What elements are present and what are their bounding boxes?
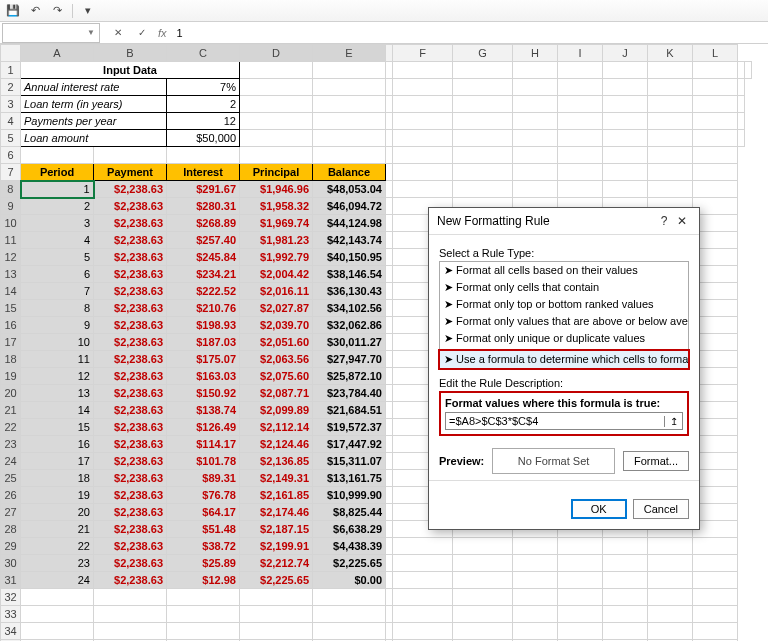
payment-cell[interactable]: $2,238.63 xyxy=(94,470,167,487)
principal-cell[interactable]: $2,149.31 xyxy=(240,470,313,487)
cell[interactable] xyxy=(386,266,393,283)
balance-cell[interactable]: $13,161.75 xyxy=(313,470,386,487)
cell[interactable] xyxy=(393,96,453,113)
principal-cell[interactable]: $2,027.87 xyxy=(240,300,313,317)
balance-cell[interactable]: $15,311.07 xyxy=(313,453,386,470)
principal-cell[interactable]: $2,075.60 xyxy=(240,368,313,385)
cell[interactable] xyxy=(386,385,393,402)
period-cell[interactable]: 9 xyxy=(21,317,94,334)
cell[interactable] xyxy=(453,181,513,198)
principal-cell[interactable]: $2,112.14 xyxy=(240,419,313,436)
cell[interactable] xyxy=(648,606,693,623)
cell[interactable] xyxy=(386,334,393,351)
cell[interactable] xyxy=(693,130,738,147)
cell[interactable] xyxy=(386,487,393,504)
cell[interactable] xyxy=(240,623,313,640)
balance-cell[interactable]: $48,053.04 xyxy=(313,181,386,198)
row-header[interactable]: 34 xyxy=(1,623,21,640)
cell[interactable] xyxy=(240,130,313,147)
period-cell[interactable]: 13 xyxy=(21,385,94,402)
row-header[interactable]: 23 xyxy=(1,436,21,453)
row-header[interactable]: 26 xyxy=(1,487,21,504)
col-header[interactable]: B xyxy=(94,45,167,62)
row-header[interactable]: 4 xyxy=(1,113,21,130)
interest-cell[interactable]: $150.92 xyxy=(167,385,240,402)
cell[interactable] xyxy=(558,130,603,147)
interest-cell[interactable]: $280.31 xyxy=(167,198,240,215)
principal-cell[interactable]: $2,124.46 xyxy=(240,436,313,453)
cell[interactable] xyxy=(94,147,167,164)
row-header[interactable]: 12 xyxy=(1,249,21,266)
row-header[interactable]: 30 xyxy=(1,555,21,572)
rule-type-option[interactable]: ➤ Format only cells that contain xyxy=(440,279,688,296)
balance-cell[interactable]: $17,447.92 xyxy=(313,436,386,453)
cell[interactable] xyxy=(738,113,745,130)
cell[interactable] xyxy=(386,232,393,249)
row-header[interactable]: 5 xyxy=(1,130,21,147)
formula-bar-input[interactable] xyxy=(175,26,475,40)
cell[interactable] xyxy=(648,62,693,79)
col-header[interactable]: A xyxy=(21,45,94,62)
col-header[interactable]: L xyxy=(693,45,738,62)
balance-cell[interactable]: $30,011.27 xyxy=(313,334,386,351)
cell[interactable] xyxy=(386,623,393,640)
redo-icon[interactable]: ↷ xyxy=(50,4,64,18)
cell[interactable] xyxy=(453,79,513,96)
period-cell[interactable]: 7 xyxy=(21,283,94,300)
cell[interactable] xyxy=(603,589,648,606)
row-header[interactable]: 11 xyxy=(1,232,21,249)
period-cell[interactable]: 16 xyxy=(21,436,94,453)
cell[interactable] xyxy=(21,623,94,640)
row-header[interactable]: 20 xyxy=(1,385,21,402)
cell[interactable] xyxy=(386,164,393,181)
cell[interactable] xyxy=(21,147,94,164)
row-header[interactable]: 21 xyxy=(1,402,21,419)
cell[interactable] xyxy=(386,589,393,606)
payment-cell[interactable]: $2,238.63 xyxy=(94,232,167,249)
cell[interactable] xyxy=(603,130,648,147)
worksheet-grid[interactable]: ABCDEFGHIJKL1Input Data2Annual interest … xyxy=(0,44,768,641)
cell[interactable] xyxy=(453,572,513,589)
cell[interactable] xyxy=(386,181,393,198)
cell[interactable] xyxy=(558,606,603,623)
cell[interactable] xyxy=(558,147,603,164)
cell[interactable] xyxy=(393,181,453,198)
cell[interactable] xyxy=(648,79,693,96)
period-cell[interactable]: 4 xyxy=(21,232,94,249)
cell[interactable] xyxy=(386,62,393,79)
cell[interactable] xyxy=(393,606,453,623)
cell[interactable] xyxy=(513,538,558,555)
principal-cell[interactable]: $2,087.71 xyxy=(240,385,313,402)
period-cell[interactable]: 20 xyxy=(21,504,94,521)
cell[interactable] xyxy=(693,79,738,96)
cell[interactable] xyxy=(386,521,393,538)
close-icon[interactable]: ✕ xyxy=(673,214,691,228)
principal-cell[interactable]: $2,199.91 xyxy=(240,538,313,555)
balance-cell[interactable]: $32,062.86 xyxy=(313,317,386,334)
balance-cell[interactable]: $34,102.56 xyxy=(313,300,386,317)
principal-cell[interactable]: $1,958.32 xyxy=(240,198,313,215)
payment-cell[interactable]: $2,238.63 xyxy=(94,572,167,589)
balance-cell[interactable]: $10,999.90 xyxy=(313,487,386,504)
period-cell[interactable]: 19 xyxy=(21,487,94,504)
cell[interactable] xyxy=(313,113,386,130)
cell[interactable] xyxy=(386,317,393,334)
cell[interactable] xyxy=(693,538,738,555)
cell[interactable] xyxy=(453,538,513,555)
cell[interactable] xyxy=(313,589,386,606)
cell[interactable] xyxy=(386,436,393,453)
period-cell[interactable]: 8 xyxy=(21,300,94,317)
cell[interactable] xyxy=(167,589,240,606)
cell[interactable] xyxy=(513,555,558,572)
table-header[interactable]: Principal xyxy=(240,164,313,181)
cell[interactable] xyxy=(386,606,393,623)
cell[interactable] xyxy=(453,164,513,181)
cell[interactable] xyxy=(738,96,745,113)
interest-cell[interactable]: $138.74 xyxy=(167,402,240,419)
cell[interactable] xyxy=(453,623,513,640)
name-box[interactable]: ▼ xyxy=(2,23,100,43)
cell[interactable] xyxy=(603,572,648,589)
cell[interactable] xyxy=(386,79,393,96)
cell[interactable] xyxy=(167,606,240,623)
input-value[interactable]: 12 xyxy=(167,113,240,130)
